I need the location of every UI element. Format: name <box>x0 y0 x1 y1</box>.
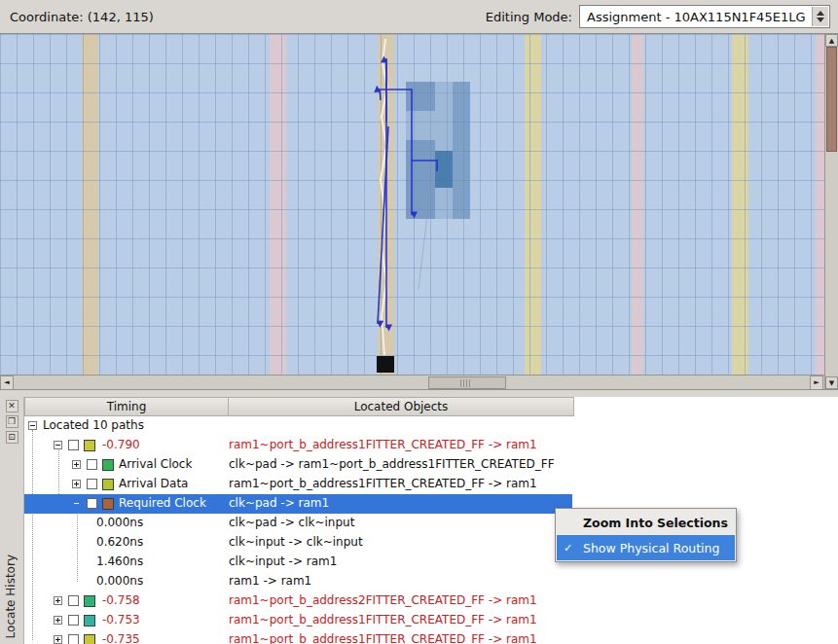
path-row[interactable]: -0.753 ram1~port_b_address1FITTER_CREATE… <box>24 611 838 630</box>
scroll-left-button[interactable]: ◄ <box>0 376 14 390</box>
color-swatch <box>84 615 95 626</box>
vertical-scrollbar[interactable]: ▲ ▼ <box>824 34 838 389</box>
menu-item-show-physical-routing[interactable]: ✓ Show Physical Routing <box>557 535 735 560</box>
table-header: Timing Located Objects <box>24 397 838 416</box>
row-checkbox[interactable] <box>68 595 79 606</box>
located-object: clk~pad -> ram1 <box>229 496 329 510</box>
located-object: ram1~port_b_address1FITTER_CREATED_FF ->… <box>229 438 537 451</box>
color-swatch <box>84 634 95 644</box>
row-checkbox[interactable] <box>87 459 97 470</box>
tab-locate-history[interactable]: Locate History <box>4 555 18 638</box>
checkmark-icon: ✓ <box>564 542 572 555</box>
scroll-right-button[interactable]: ► <box>810 376 823 390</box>
row-checkbox[interactable] <box>87 498 97 509</box>
row-checkbox[interactable] <box>68 615 79 626</box>
scroll-up-button[interactable]: ▲ <box>825 34 838 47</box>
selected-lab-block <box>435 151 453 188</box>
located-object: ram1~port_b_address1FITTER_CREATED_FF ->… <box>229 477 537 490</box>
color-swatch <box>102 459 114 471</box>
editing-mode-group: Editing Mode: Assignment - 10AX115N1F45E… <box>486 5 830 28</box>
timing-value: -0.753 <box>102 613 140 626</box>
path-row[interactable]: Arrival Clock clk~pad -> ram1~port_b_add… <box>24 455 838 475</box>
segment-row[interactable]: 0.000ns ram1 -> ram1 <box>24 572 838 591</box>
row-checkbox[interactable] <box>68 634 79 644</box>
path-row[interactable]: -0.735 ram1~port_b_address1FITTER_CREATE… <box>24 630 838 644</box>
context-menu: Zoom Into Selections ✓ Show Physical Rou… <box>555 508 737 562</box>
io-pad-block <box>377 356 394 373</box>
expander-expanded-icon[interactable] <box>54 441 62 449</box>
timing-value: -0.758 <box>102 593 140 607</box>
selected-block <box>453 82 470 219</box>
float-icon[interactable]: ❐ <box>6 415 18 428</box>
arrow-down-icon <box>817 18 824 22</box>
timing-value: -0.790 <box>102 438 140 451</box>
combo-arrows-icon[interactable] <box>812 7 828 26</box>
path-row[interactable]: -0.758 ram1~port_b_address2FITTER_CREATE… <box>24 591 838 611</box>
close-icon[interactable]: ✕ <box>6 400 18 412</box>
chip-planner-canvas[interactable] <box>0 34 824 375</box>
pin-icon[interactable]: ⊡ <box>6 431 18 444</box>
color-swatch <box>84 595 95 607</box>
selected-block <box>406 140 435 219</box>
located-object: clk~pad -> ram1~port_b_address1FITTER_CR… <box>229 457 555 471</box>
color-swatch <box>102 479 114 490</box>
horizontal-scroll-thumb[interactable] <box>428 376 506 389</box>
root-label: Located 10 paths <box>43 418 144 432</box>
located-object: clk~input -> clk~input <box>229 535 363 549</box>
column-header-timing[interactable]: Timing <box>24 397 229 416</box>
panel-splitter[interactable] <box>0 389 838 397</box>
top-toolbar: Coordinate: (142, 115) Editing Mode: Ass… <box>0 0 838 34</box>
horizontal-scrollbar[interactable]: ◄ ► <box>0 375 824 389</box>
editing-mode-select[interactable]: Assignment - 10AX115N1F45E1LG <box>579 5 830 28</box>
expander-collapsed-icon[interactable] <box>54 616 62 625</box>
expander-collapsed-icon[interactable] <box>72 480 81 488</box>
scroll-down-button[interactable]: ▼ <box>825 376 838 389</box>
expander-expanded-icon[interactable] <box>72 499 81 508</box>
arrow-up-icon <box>817 11 824 16</box>
located-object: clk~pad -> clk~input <box>229 516 354 529</box>
editing-mode-value: Assignment - 10AX115N1F45E1LG <box>587 10 805 24</box>
expander-collapsed-icon[interactable] <box>54 635 62 644</box>
timing-value: Arrival Data <box>119 477 188 490</box>
menu-item-label: Zoom Into Selections <box>583 516 728 530</box>
timing-value: 0.620ns <box>96 535 143 549</box>
coordinate-readout: Coordinate: (142, 115) <box>10 10 154 24</box>
menu-item-zoom-into-selections[interactable]: Zoom Into Selections <box>557 510 735 535</box>
menu-item-label: Show Physical Routing <box>583 541 719 555</box>
located-object: ram1~port_b_address1FITTER_CREATED_FF ->… <box>229 632 537 644</box>
located-object: ram1~port_b_address2FITTER_CREATED_FF ->… <box>229 593 537 607</box>
color-swatch <box>102 498 114 510</box>
vertical-scroll-thumb[interactable] <box>826 47 837 152</box>
expander-collapsed-icon[interactable] <box>72 460 81 469</box>
timing-value: -0.735 <box>102 632 140 644</box>
column-header-located-objects[interactable]: Located Objects <box>229 397 574 416</box>
panel-side-strip: ✕ ❐ ⊡ Locate History <box>0 397 24 644</box>
expander-collapsed-icon[interactable] <box>54 596 62 605</box>
tree-root-row[interactable]: Located 10 paths <box>24 416 838 436</box>
selected-block <box>406 82 435 111</box>
located-object: ram1 -> ram1 <box>229 574 311 588</box>
timing-value: 0.000ns <box>96 574 143 588</box>
color-swatch <box>84 440 95 451</box>
timing-value: 0.000ns <box>96 516 143 529</box>
path-row[interactable]: Arrival Data ram1~port_b_address1FITTER_… <box>24 475 838 494</box>
editing-mode-label: Editing Mode: <box>486 10 572 24</box>
row-checkbox[interactable] <box>68 440 79 450</box>
path-row[interactable]: -0.790 ram1~port_b_address1FITTER_CREATE… <box>24 436 838 455</box>
row-checkbox[interactable] <box>87 479 97 489</box>
located-object: clk~input -> ram1 <box>229 555 337 568</box>
timing-value: 1.460ns <box>96 555 143 568</box>
expander-expanded-icon[interactable] <box>28 421 37 430</box>
located-object: ram1~port_b_address1FITTER_CREATED_FF ->… <box>229 613 537 626</box>
timing-value: Required Clock <box>119 496 206 510</box>
timing-value: Arrival Clock <box>119 457 192 471</box>
